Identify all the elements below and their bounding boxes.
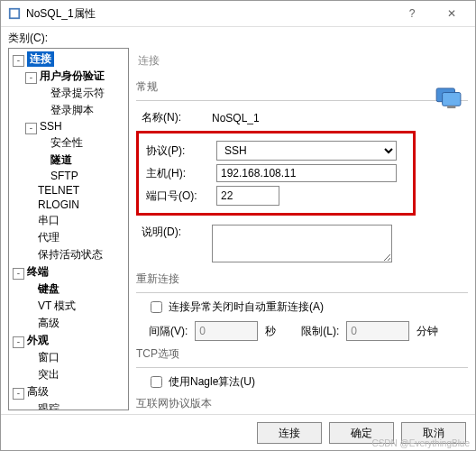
- tree-item-label: 登录提示符: [50, 87, 105, 99]
- divider: [136, 100, 468, 101]
- tree-item[interactable]: -外观: [9, 332, 128, 349]
- tree-item[interactable]: 跟踪: [9, 400, 128, 410]
- tree-item[interactable]: SFTP: [9, 169, 128, 183]
- tree-item-label: 突出: [38, 368, 60, 381]
- tree-item-label: 高级: [38, 317, 60, 329]
- tree-item[interactable]: 高级: [9, 315, 128, 332]
- category-label: 类别(C):: [1, 27, 475, 48]
- tree-item[interactable]: -SSH: [9, 119, 128, 134]
- tree-toggle[interactable]: -: [13, 55, 24, 67]
- monitor-icon: [435, 87, 462, 109]
- tree-item[interactable]: -用户身份验证: [9, 68, 128, 85]
- tree-item[interactable]: VT 模式: [9, 298, 128, 315]
- tree-item-label: TELNET: [38, 184, 79, 197]
- desc-label: 说明(D):: [136, 225, 212, 240]
- tree-item-label: 终端: [27, 265, 49, 278]
- nagle-label: 使用Nagle算法(U): [169, 374, 255, 390]
- tree-item[interactable]: -终端: [9, 263, 128, 281]
- reconnect-label: 连接异常关闭时自动重新连接(A): [169, 299, 324, 315]
- tree-toggle[interactable]: -: [25, 72, 37, 84]
- tree-item-label: 隧道: [50, 153, 72, 166]
- tree-item-label: 登录脚本: [50, 104, 94, 116]
- section-reconnect: 重新连接: [136, 266, 468, 290]
- highlight-box: 协议(P): SSH 主机(H): 端口号(O):: [136, 131, 416, 216]
- desc-textarea[interactable]: [212, 225, 392, 262]
- tree-toggle[interactable]: -: [25, 123, 37, 134]
- tree-item[interactable]: 登录脚本: [9, 102, 128, 119]
- tree-item-label: RLOGIN: [38, 198, 79, 211]
- tree-item-label: 外观: [27, 334, 49, 346]
- protocol-select[interactable]: SSH: [216, 141, 397, 161]
- close-button[interactable]: ✕: [432, 1, 471, 26]
- watermark: CSDN @EverythingBlue: [371, 438, 470, 448]
- tree-item-label: 高级: [27, 385, 49, 398]
- svg-rect-3: [443, 93, 461, 106]
- tree-item[interactable]: 安全性: [9, 134, 128, 152]
- tree-item[interactable]: -高级: [9, 383, 128, 400]
- category-tree[interactable]: -连接-用户身份验证登录提示符登录脚本-SSH安全性隧道SFTPTELNETRL…: [8, 48, 129, 410]
- tree-item-label: VT 模式: [38, 299, 76, 312]
- tree-item-label: SSH: [40, 120, 62, 133]
- tree-root[interactable]: 连接: [27, 51, 54, 67]
- tree-item-label: SFTP: [50, 170, 78, 182]
- tree-item-label: 键盘: [38, 282, 60, 295]
- host-label: 主机(H):: [141, 166, 216, 181]
- help-button[interactable]: ?: [392, 1, 432, 26]
- divider: [136, 367, 468, 368]
- tree-item[interactable]: 登录提示符: [9, 85, 128, 102]
- svg-rect-4: [447, 106, 455, 108]
- tree-item-label: 代理: [38, 231, 60, 244]
- tree-item-label: 用户身份验证: [40, 69, 105, 82]
- tree-item[interactable]: 键盘: [9, 281, 128, 298]
- minutes-unit: 分钟: [416, 324, 438, 339]
- name-value: NoSQL_1: [212, 112, 260, 124]
- tree-item-label: 窗口: [38, 351, 60, 364]
- dialog-window: NoSQL_1属性 ? ✕ 类别(C): -连接-用户身份验证登录提示符登录脚本…: [0, 0, 476, 451]
- tree-item-label: 串口: [38, 214, 60, 226]
- tree-item[interactable]: RLOGIN: [9, 198, 128, 212]
- protocol-label: 协议(P):: [141, 143, 216, 159]
- connect-button[interactable]: 连接: [257, 422, 322, 444]
- tree-item[interactable]: 保持活动状态: [9, 246, 128, 263]
- limit-label: 限制(L):: [301, 324, 339, 339]
- svg-rect-1: [11, 10, 19, 18]
- reconnect-checkbox[interactable]: [151, 301, 162, 313]
- tree-item[interactable]: 串口: [9, 212, 128, 229]
- tree-item[interactable]: TELNET: [9, 183, 128, 198]
- section-general: 常规: [136, 74, 468, 98]
- window-title: NoSQL_1属性: [26, 6, 392, 22]
- app-icon: [8, 7, 21, 20]
- tree-item[interactable]: 隧道: [9, 152, 128, 169]
- divider: [136, 292, 468, 293]
- nagle-checkbox[interactable]: [151, 376, 162, 388]
- tree-item-label: 保持活动状态: [38, 248, 103, 261]
- titlebar: NoSQL_1属性 ? ✕: [1, 1, 475, 27]
- tree-item-label: 跟踪: [38, 402, 60, 410]
- port-label: 端口号(O):: [141, 189, 216, 204]
- seconds-unit: 秒: [265, 324, 276, 339]
- panel-header: 连接: [136, 51, 468, 74]
- section-tcp: TCP选项: [136, 341, 468, 365]
- tree-toggle[interactable]: -: [13, 268, 24, 280]
- host-input[interactable]: [216, 164, 397, 182]
- name-label: 名称(N):: [136, 110, 212, 125]
- tree-item-label: 安全性: [50, 136, 83, 149]
- port-input[interactable]: [216, 186, 279, 206]
- interval-label: 间隔(V):: [149, 324, 188, 339]
- tree-item[interactable]: 突出: [9, 366, 128, 383]
- limit-input: [346, 321, 409, 341]
- content-panel: 连接 常规 名称(N): NoSQL_1 协议(P): SSH 主机(H):: [133, 48, 475, 414]
- interval-input: [195, 321, 258, 341]
- tree-toggle[interactable]: -: [13, 336, 24, 348]
- section-ip: 互联网协议版本: [136, 391, 468, 414]
- tree-toggle[interactable]: -: [13, 388, 24, 400]
- tree-item[interactable]: 窗口: [9, 349, 128, 366]
- tree-item[interactable]: 代理: [9, 229, 128, 246]
